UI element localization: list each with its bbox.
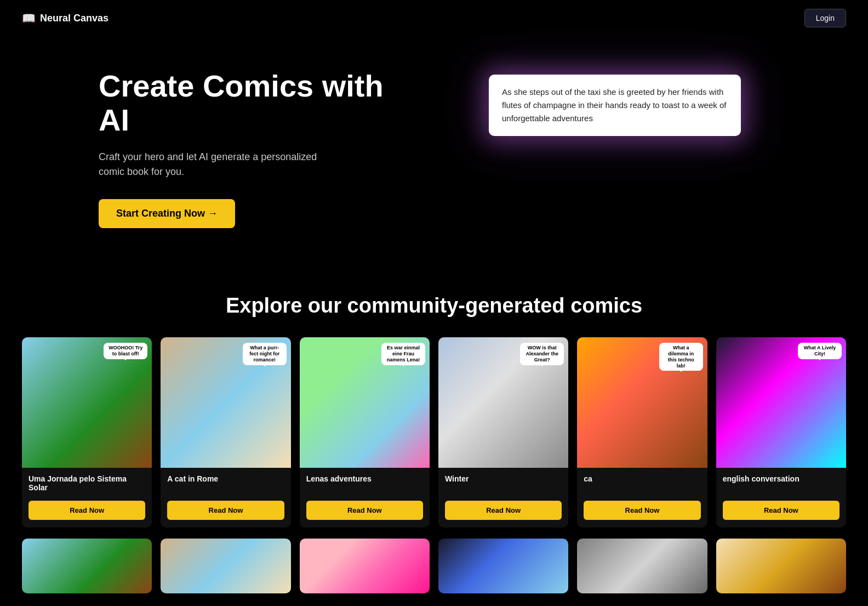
comic-card: What A Lively City! english conversation… <box>716 337 846 527</box>
login-button[interactable]: Login <box>804 9 846 27</box>
comic-thumbnail-partial <box>161 539 290 593</box>
speech-bubble: What a purr-fect night for romance! <box>243 343 287 365</box>
comic-thumbnail-partial <box>716 539 846 593</box>
read-now-button[interactable]: Read Now <box>445 501 562 520</box>
comic-thumbnail: WOOHOO! Try to blast off! <box>22 337 152 467</box>
read-now-button[interactable]: Read Now <box>723 501 840 520</box>
comic-card-partial <box>22 539 152 593</box>
comic-info: Uma Jornada pelo Sistema Solar Read Now <box>22 468 152 528</box>
comic-card-partial <box>577 539 707 593</box>
comic-thumbnail-partial <box>438 539 568 593</box>
comic-card-partial <box>300 539 430 593</box>
prompt-box: As she steps out of the taxi she is gree… <box>489 75 741 136</box>
comic-thumbnail: What a dilemma in this techno lab! <box>577 337 707 467</box>
read-now-button[interactable]: Read Now <box>28 501 145 520</box>
speech-bubble: WOW is that Alexander the Great? <box>520 343 564 365</box>
comic-card-partial <box>716 539 846 593</box>
comic-title: A cat in Rome <box>167 474 284 494</box>
comic-info: Winter Read Now <box>438 468 568 528</box>
speech-bubble: What a dilemma in this techno lab! <box>659 343 703 371</box>
section-title: Explore our community-generated comics <box>22 294 846 318</box>
comic-title: ca <box>584 474 700 494</box>
comic-title: Uma Jornada pelo Sistema Solar <box>28 474 145 494</box>
comic-info: ca Read Now <box>577 468 707 528</box>
community-section: Explore our community-generated comics W… <box>0 272 868 606</box>
logo-text: Neural Canvas <box>40 13 108 24</box>
comics-grid: WOOHOO! Try to blast off! Uma Jornada pe… <box>22 337 846 527</box>
comic-info: A cat in Rome Read Now <box>161 468 290 528</box>
speech-bubble: WOOHOO! Try to blast off! <box>104 343 147 359</box>
comic-card: Es war einmal eine Frau namens Lena! Len… <box>300 337 430 527</box>
comic-card: What a dilemma in this techno lab! ca Re… <box>577 337 707 527</box>
hero-section: Create Comics with AI Craft your hero an… <box>0 36 868 272</box>
comic-title: Winter <box>445 474 562 494</box>
speech-bubble: Es war einmal eine Frau namens Lena! <box>381 343 425 365</box>
comic-thumbnail-partial <box>22 539 152 593</box>
comic-info: Lenas adventures Read Now <box>300 468 430 528</box>
comic-thumbnail: WOW is that Alexander the Great? <box>438 337 568 467</box>
comic-thumbnail-partial <box>300 539 430 593</box>
comic-thumbnail: Es war einmal eine Frau namens Lena! <box>300 337 430 467</box>
comic-card: What a purr-fect night for romance! A ca… <box>161 337 290 527</box>
logo: 📖 Neural Canvas <box>22 12 108 25</box>
comic-card-partial <box>161 539 290 593</box>
read-now-button[interactable]: Read Now <box>306 501 423 520</box>
header: 📖 Neural Canvas Login <box>0 0 868 36</box>
comics-grid-row2 <box>22 539 846 593</box>
comic-card: WOW is that Alexander the Great? Winter … <box>438 337 568 527</box>
start-creating-button[interactable]: Start Creating Now → <box>99 199 235 228</box>
read-now-button[interactable]: Read Now <box>584 501 700 520</box>
comic-thumbnail: What A Lively City! <box>716 337 846 467</box>
hero-subtitle: Craft your hero and let AI generate a pe… <box>99 150 329 179</box>
comic-title: english conversation <box>723 474 840 494</box>
comic-thumbnail-partial <box>577 539 707 593</box>
speech-bubble: What A Lively City! <box>798 343 842 359</box>
comic-thumbnail: What a purr-fect night for romance! <box>161 337 290 467</box>
logo-icon: 📖 <box>22 12 36 25</box>
hero-title: Create Comics with AI <box>99 69 384 137</box>
hero-left: Create Comics with AI Craft your hero an… <box>99 69 384 228</box>
read-now-button[interactable]: Read Now <box>167 501 284 520</box>
comic-card-partial <box>438 539 568 593</box>
comic-card: WOOHOO! Try to blast off! Uma Jornada pe… <box>22 337 152 527</box>
hero-right: As she steps out of the taxi she is gree… <box>384 69 846 136</box>
comic-title: Lenas adventures <box>306 474 423 494</box>
comic-info: english conversation Read Now <box>716 468 846 528</box>
